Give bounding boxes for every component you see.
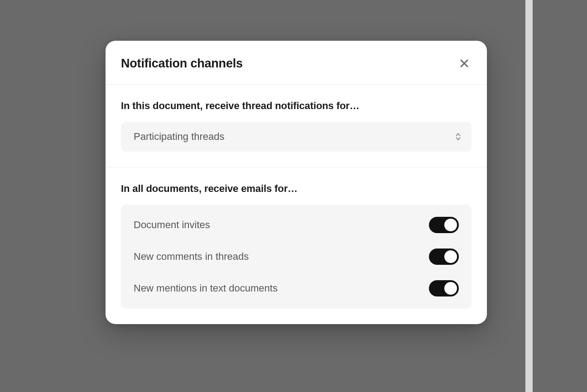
toggle-switch-new-comments[interactable] xyxy=(429,249,459,265)
close-button[interactable] xyxy=(457,56,472,71)
modal-header: Notification channels xyxy=(106,41,487,85)
switch-knob xyxy=(444,219,457,231)
toggle-row-document-invites: Document invites xyxy=(121,209,472,241)
select-arrows-icon xyxy=(455,133,462,141)
toggle-row-new-mentions: New mentions in text documents xyxy=(121,272,472,304)
switch-knob xyxy=(444,250,457,263)
toggle-switch-document-invites[interactable] xyxy=(429,217,459,233)
email-notifications-section: In all documents, receive emails for… Do… xyxy=(106,167,487,324)
notification-channels-modal: Notification channels In this document, … xyxy=(106,41,487,324)
thread-notifications-section: In this document, receive thread notific… xyxy=(106,85,487,167)
modal-title: Notification channels xyxy=(121,57,243,71)
toggle-label: Document invites xyxy=(134,219,210,231)
close-icon xyxy=(459,58,470,69)
email-toggle-list: Document invites New comments in threads… xyxy=(121,205,472,309)
toggle-label: New mentions in text documents xyxy=(134,282,278,294)
email-notifications-label: In all documents, receive emails for… xyxy=(121,183,472,195)
toggle-switch-new-mentions[interactable] xyxy=(429,280,459,296)
thread-notifications-select[interactable]: Participating threads xyxy=(121,122,472,152)
toggle-row-new-comments: New comments in threads xyxy=(121,241,472,272)
thread-notifications-selected-value: Participating threads xyxy=(134,131,225,143)
backdrop-edge xyxy=(525,0,533,392)
thread-notifications-label: In this document, receive thread notific… xyxy=(121,100,472,112)
switch-knob xyxy=(444,282,457,295)
toggle-label: New comments in threads xyxy=(134,251,249,263)
